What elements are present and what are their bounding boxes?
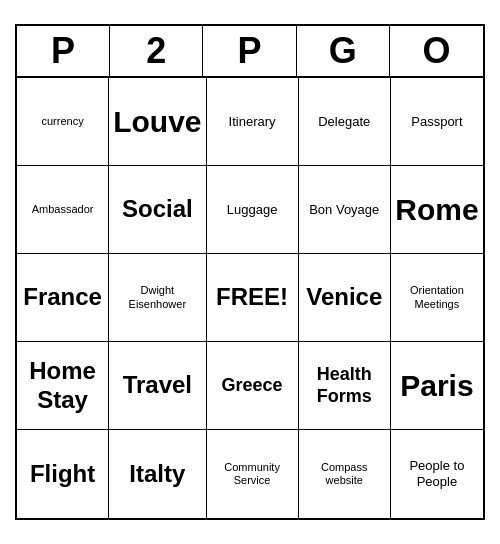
- cell-text-23: Compass website: [303, 461, 386, 487]
- bingo-cell-13: Venice: [299, 254, 391, 342]
- bingo-cell-8: Bon Voyage: [299, 166, 391, 254]
- bingo-cell-18: Health Forms: [299, 342, 391, 430]
- header-cell-o4: O: [390, 26, 483, 76]
- cell-text-9: Rome: [395, 192, 478, 228]
- cell-text-10: France: [23, 283, 102, 312]
- cell-text-16: Travel: [123, 371, 192, 400]
- bingo-header: P2PGO: [17, 26, 483, 78]
- cell-text-0: currency: [41, 115, 83, 128]
- cell-text-2: Itinerary: [229, 114, 276, 130]
- cell-text-4: Passport: [411, 114, 462, 130]
- bingo-cell-16: Travel: [109, 342, 206, 430]
- cell-text-13: Venice: [306, 283, 382, 312]
- bingo-cell-5: Ambassador: [17, 166, 109, 254]
- cell-text-21: Italty: [129, 460, 185, 489]
- cell-text-3: Delegate: [318, 114, 370, 130]
- bingo-cell-22: Community Service: [207, 430, 299, 518]
- cell-text-15: Home Stay: [21, 357, 104, 415]
- header-cell-p2: P: [203, 26, 296, 76]
- bingo-cell-10: France: [17, 254, 109, 342]
- cell-text-14: Orientation Meetings: [395, 284, 479, 310]
- cell-text-5: Ambassador: [32, 203, 94, 216]
- bingo-cell-2: Itinerary: [207, 78, 299, 166]
- cell-text-12: FREE!: [216, 283, 288, 312]
- cell-text-1: Louve: [113, 104, 201, 140]
- bingo-cell-6: Social: [109, 166, 206, 254]
- cell-text-24: People to People: [395, 458, 479, 489]
- bingo-cell-21: Italty: [109, 430, 206, 518]
- header-cell-21: 2: [110, 26, 203, 76]
- cell-text-18: Health Forms: [303, 364, 386, 407]
- bingo-cell-12: FREE!: [207, 254, 299, 342]
- cell-text-6: Social: [122, 195, 193, 224]
- bingo-cell-9: Rome: [391, 166, 483, 254]
- bingo-card: P2PGO currencyLouveItineraryDelegatePass…: [15, 24, 485, 520]
- bingo-cell-19: Paris: [391, 342, 483, 430]
- bingo-cell-0: currency: [17, 78, 109, 166]
- bingo-cell-4: Passport: [391, 78, 483, 166]
- bingo-grid: currencyLouveItineraryDelegatePassportAm…: [17, 78, 483, 518]
- bingo-cell-20: Flight: [17, 430, 109, 518]
- bingo-cell-7: Luggage: [207, 166, 299, 254]
- cell-text-8: Bon Voyage: [309, 202, 379, 218]
- cell-text-17: Greece: [222, 375, 283, 397]
- bingo-cell-1: Louve: [109, 78, 206, 166]
- bingo-cell-11: Dwight Eisenhower: [109, 254, 206, 342]
- cell-text-20: Flight: [30, 460, 95, 489]
- bingo-cell-17: Greece: [207, 342, 299, 430]
- header-cell-g3: G: [297, 26, 390, 76]
- bingo-cell-23: Compass website: [299, 430, 391, 518]
- cell-text-22: Community Service: [211, 461, 294, 487]
- cell-text-19: Paris: [400, 368, 473, 404]
- header-cell-p0: P: [17, 26, 110, 76]
- bingo-cell-24: People to People: [391, 430, 483, 518]
- bingo-cell-15: Home Stay: [17, 342, 109, 430]
- bingo-cell-3: Delegate: [299, 78, 391, 166]
- cell-text-11: Dwight Eisenhower: [113, 284, 201, 310]
- cell-text-7: Luggage: [227, 202, 278, 218]
- bingo-cell-14: Orientation Meetings: [391, 254, 483, 342]
